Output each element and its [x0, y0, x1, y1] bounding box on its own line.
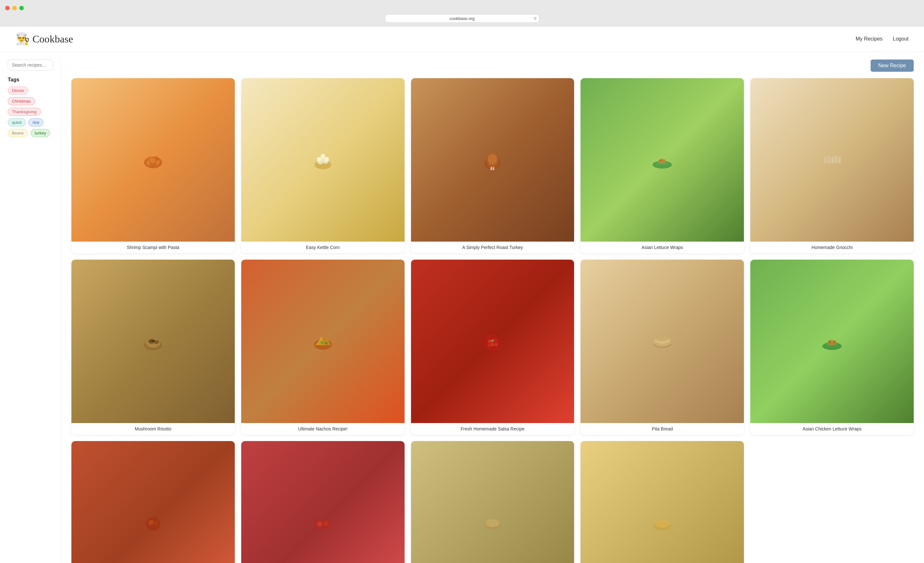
- recipe-card-bottom2[interactable]: [241, 441, 405, 563]
- svg-point-59: [148, 520, 154, 525]
- recipe-card-bottom1[interactable]: [71, 441, 235, 563]
- svg-rect-16: [490, 167, 492, 170]
- recipe-card-salsa[interactable]: Fresh Homemade Salsa Recipe: [411, 260, 574, 435]
- recipe-card-asian-lettuce[interactable]: Asian Lettuce Wraps: [580, 78, 744, 253]
- svg-point-65: [485, 519, 500, 527]
- recipe-image-bottom1: [71, 441, 235, 563]
- tags-section: Tags Dinner Christmas Thanksgiving quick…: [8, 77, 53, 137]
- recipe-image-bottom3: [411, 441, 574, 563]
- recipe-card-pita[interactable]: Pita Bread: [580, 260, 744, 435]
- recipe-image-mushroom-risotto: [71, 260, 235, 423]
- main-content: New Recipe: [61, 60, 924, 563]
- my-recipes-link[interactable]: My Recipes: [855, 36, 882, 42]
- svg-point-40: [321, 341, 324, 344]
- svg-point-15: [488, 154, 497, 164]
- svg-point-12: [321, 154, 325, 158]
- recipe-title-mushroom-risotto: Mushroom Risotto: [71, 423, 235, 435]
- svg-rect-17: [493, 167, 494, 170]
- logout-link[interactable]: Logout: [893, 36, 909, 42]
- svg-point-10: [317, 157, 321, 162]
- header: 👨‍🍳 Cookbase My Recipes Logout: [0, 26, 924, 52]
- new-recipe-button[interactable]: New Recipe: [871, 60, 914, 72]
- tag-rice[interactable]: rice: [28, 119, 44, 126]
- recipe-title-salsa: Fresh Homemade Salsa Recipe: [411, 423, 574, 435]
- tag-beans[interactable]: Beans: [8, 129, 28, 137]
- recipe-title-asian-chicken-lettuce-wraps: Asian Chicken Lettuce Wraps: [750, 423, 914, 435]
- recipe-title-pita: Pita Bread: [580, 423, 744, 435]
- recipe-card-asian-chicken-lettuce-wraps[interactable]: Asian Chicken Lettuce Wraps: [750, 260, 914, 435]
- recipe-card-roast-turkey[interactable]: A Simply Perfect Roast Turkey: [411, 78, 574, 253]
- svg-point-57: [831, 340, 832, 342]
- recipe-card-bottom4[interactable]: [580, 441, 744, 563]
- recipe-card-gnocchi[interactable]: Homemade Gnocchi: [750, 78, 914, 253]
- url-input[interactable]: [385, 14, 539, 23]
- svg-rect-23: [828, 156, 830, 163]
- recipe-image-kettle-corn: [241, 78, 405, 242]
- recipe-image-gnocchi: [750, 78, 914, 242]
- browser-chrome: 🔒 ↺: [0, 0, 924, 26]
- svg-point-48: [491, 339, 494, 342]
- tags-label: Tags: [8, 77, 53, 83]
- svg-point-45: [490, 342, 494, 347]
- tag-turkey[interactable]: turkey: [30, 129, 50, 137]
- tag-thanksgiving[interactable]: Thanksgiving: [8, 108, 41, 116]
- recipe-title-gnocchi: Homemade Gnocchi: [750, 242, 914, 253]
- recipe-image-salsa: [411, 260, 574, 423]
- recipe-card-bottom3[interactable]: [411, 441, 574, 563]
- svg-point-62: [317, 521, 322, 527]
- svg-point-56: [833, 341, 835, 343]
- svg-point-21: [663, 160, 665, 162]
- recipe-image-bottom4: [580, 441, 744, 563]
- svg-point-35: [151, 339, 155, 342]
- recipe-title-roast-turkey: A Simply Perfect Roast Turkey: [411, 242, 574, 253]
- recipe-image-pita: [580, 260, 744, 423]
- close-button[interactable]: [5, 6, 10, 10]
- reload-icon[interactable]: ↺: [533, 16, 537, 21]
- logo-text: Cookbase: [33, 33, 73, 45]
- svg-rect-22: [824, 157, 826, 163]
- svg-point-19: [658, 159, 666, 164]
- svg-rect-25: [835, 156, 837, 163]
- recipe-image-shrimp-scampi: [71, 78, 235, 242]
- recipe-title-shrimp-scampi: Shrimp Scampi with Pasta: [71, 242, 235, 253]
- search-input[interactable]: [8, 60, 53, 71]
- svg-point-52: [655, 335, 669, 341]
- svg-point-63: [324, 521, 329, 526]
- svg-rect-24: [831, 157, 834, 163]
- recipe-title-nachos: Ultimate Nachos Recipe!: [241, 423, 405, 435]
- svg-point-46: [488, 344, 491, 347]
- recipe-image-asian-lettuce: [580, 78, 744, 242]
- recipe-card-shrimp-scampi[interactable]: Shrimp Scampi with Pasta: [71, 78, 235, 253]
- logo[interactable]: 👨‍🍳 Cookbase: [15, 32, 73, 46]
- tag-christmas[interactable]: Christmas: [8, 97, 35, 105]
- maximize-button[interactable]: [19, 6, 24, 10]
- sidebar: Tags Dinner Christmas Thanksgiving quick…: [0, 60, 61, 563]
- svg-point-55: [829, 341, 831, 342]
- svg-point-47: [495, 343, 498, 346]
- svg-point-11: [324, 157, 329, 162]
- svg-rect-26: [838, 157, 841, 163]
- recipe-grid-row3: [71, 441, 914, 563]
- nav: My Recipes Logout: [855, 36, 909, 42]
- svg-point-67: [654, 520, 670, 528]
- tag-quick[interactable]: quick: [8, 119, 26, 126]
- tag-dinner[interactable]: Dinner: [8, 87, 28, 95]
- content: Tags Dinner Christmas Thanksgiving quick…: [0, 52, 924, 563]
- traffic-lights: [5, 3, 919, 13]
- recipe-grid-row2: Mushroom Risotto Ultimate Nachos: [71, 260, 914, 435]
- recipe-image-roast-turkey: [411, 78, 574, 242]
- recipe-card-nachos[interactable]: Ultimate Nachos Recipe!: [241, 260, 405, 435]
- recipe-card-mushroom-risotto[interactable]: Mushroom Risotto: [71, 260, 235, 435]
- main-header: New Recipe: [71, 60, 914, 72]
- tags-list: Dinner Christmas Thanksgiving quick rice…: [8, 87, 53, 137]
- recipe-image-nachos: [241, 260, 405, 423]
- svg-point-20: [660, 159, 662, 162]
- minimize-button[interactable]: [12, 6, 17, 10]
- recipe-card-kettle-corn[interactable]: Easy Kettle Corn: [241, 78, 405, 253]
- recipe-image-asian-chicken-lettuce-wraps: [750, 260, 914, 423]
- svg-point-3: [150, 158, 156, 164]
- svg-point-60: [153, 521, 158, 526]
- svg-point-43: [488, 339, 492, 343]
- recipe-grid-row1: Shrimp Scampi with Pasta: [71, 78, 914, 253]
- chef-hat-icon: 👨‍🍳: [15, 32, 30, 46]
